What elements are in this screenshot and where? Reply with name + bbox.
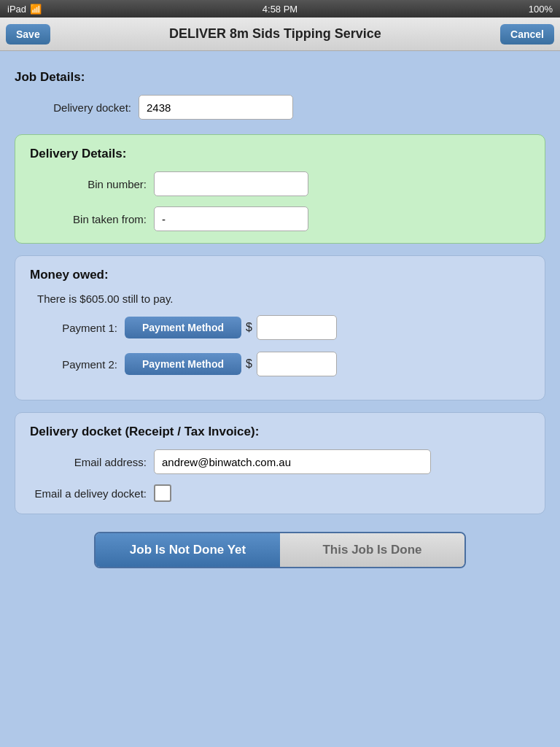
status-bar-time: 4:58 PM	[262, 4, 298, 15]
nav-bar: Save DELIVER 8m Sids Tipping Service Can…	[0, 18, 560, 51]
job-not-done-button[interactable]: Job Is Not Done Yet	[96, 533, 280, 567]
bin-number-input[interactable]	[154, 171, 308, 196]
main-content: Job Details: Delivery docket: Delivery D…	[0, 51, 560, 580]
bin-number-label: Bin number:	[30, 178, 147, 190]
cancel-button[interactable]: Cancel	[500, 24, 554, 44]
wifi-icon: 📶	[30, 4, 42, 15]
status-bar-right: 100%	[529, 4, 553, 15]
job-status-toggle: Job Is Not Done Yet This Job Is Done	[94, 532, 466, 568]
payment-2-method-button[interactable]: Payment Method	[125, 353, 241, 375]
delivery-docket-input[interactable]	[139, 95, 293, 120]
delivery-docket-row: Delivery docket:	[15, 95, 545, 120]
job-status-toggle-container: Job Is Not Done Yet This Job Is Done	[15, 532, 545, 568]
bin-taken-from-label: Bin taken from:	[30, 213, 147, 225]
payment-2-row: Payment 2: Payment Method $	[30, 352, 530, 376]
nav-title: DELIVER 8m Sids Tipping Service	[169, 26, 381, 42]
payment-1-method-button[interactable]: Payment Method	[125, 317, 241, 338]
job-details-section: Job Details: Delivery docket:	[15, 63, 545, 123]
email-docket-label: Email a delivey docket:	[30, 487, 147, 500]
bin-taken-from-row: Bin taken from:	[30, 206, 530, 231]
email-address-row: Email address:	[30, 449, 530, 474]
email-docket-row: Email a delivey docket:	[30, 484, 530, 502]
payment-2-amount-input[interactable]	[257, 352, 337, 376]
delivery-details-title: Delivery Details:	[30, 147, 530, 161]
status-bar-left: iPad 📶	[7, 4, 42, 15]
receipt-section-title: Delivery docket (Receipt / Tax Invoice):	[30, 425, 530, 439]
job-details-title: Job Details:	[15, 70, 545, 85]
carrier-label: iPad	[7, 4, 26, 15]
battery-label: 100%	[529, 4, 553, 15]
bin-taken-from-input[interactable]	[154, 206, 308, 231]
save-button[interactable]: Save	[6, 24, 50, 44]
bin-number-row: Bin number:	[30, 171, 530, 196]
still-to-pay-text: There is $605.00 still to pay.	[37, 293, 530, 305]
email-address-label: Email address:	[30, 456, 147, 468]
delivery-details-section: Delivery Details: Bin number: Bin taken …	[15, 134, 545, 244]
payment-1-dollar-sign: $	[246, 321, 252, 334]
payment-2-label: Payment 2:	[30, 358, 117, 371]
receipt-section: Delivery docket (Receipt / Tax Invoice):…	[15, 412, 545, 514]
delivery-docket-label: Delivery docket:	[15, 101, 131, 114]
email-docket-checkbox[interactable]	[154, 484, 171, 502]
money-owed-section: Money owed: There is $605.00 still to pa…	[15, 255, 545, 400]
status-bar: iPad 📶 4:58 PM 100%	[0, 0, 560, 18]
email-address-input[interactable]	[154, 449, 431, 474]
job-done-button[interactable]: This Job Is Done	[280, 533, 464, 567]
money-owed-title: Money owed:	[30, 268, 530, 282]
payment-1-amount-input[interactable]	[257, 315, 337, 340]
payment-1-row: Payment 1: Payment Method $	[30, 315, 530, 340]
payment-1-label: Payment 1:	[30, 322, 117, 334]
payment-2-dollar-sign: $	[246, 357, 252, 371]
